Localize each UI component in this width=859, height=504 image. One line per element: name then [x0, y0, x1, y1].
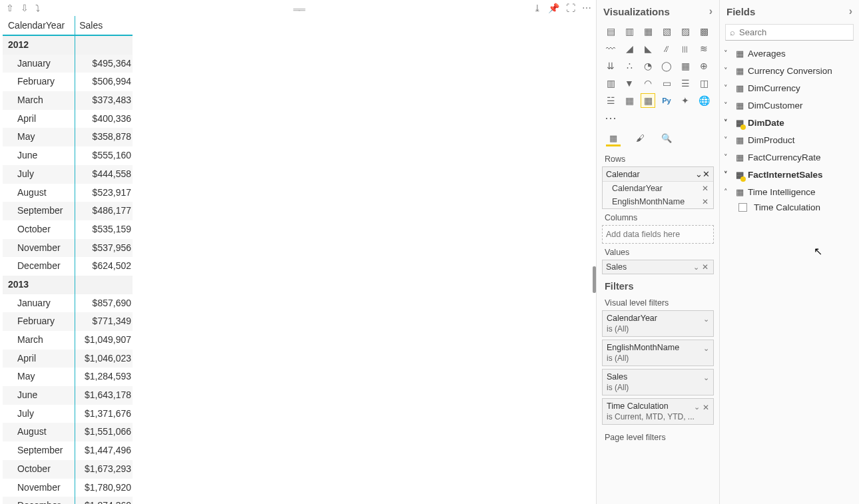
funnel-icon[interactable]: ▼ — [622, 76, 637, 91]
chevron-down-icon[interactable]: ⌄ — [693, 263, 699, 271]
collapse-pane-icon[interactable]: › — [849, 5, 852, 17]
matrix-header-sales[interactable]: Sales — [75, 16, 133, 35]
field-table-dimproduct[interactable]: ˅▦DimProduct — [720, 131, 859, 148]
more-visuals-icon[interactable]: ⋯ — [597, 109, 719, 126]
field-table-factinternetsales[interactable]: ˅▦FactInternetSales — [720, 166, 859, 183]
matrix-month-row[interactable]: December$1,874,360 — [3, 497, 133, 504]
drill-up-icon[interactable]: ⇧ — [6, 3, 14, 13]
matrix-header-calendaryear[interactable]: CalendarYear — [3, 16, 75, 35]
r-visual-icon[interactable]: ✦ — [678, 93, 693, 108]
export-icon[interactable]: ⤓ — [533, 3, 541, 13]
matrix-month-cell[interactable]: May — [3, 368, 75, 386]
matrix-month-cell[interactable]: July — [3, 405, 75, 423]
matrix-month-row[interactable]: October$1,673,293 — [3, 460, 133, 479]
chevron-down-icon[interactable]: ˅ — [724, 153, 732, 162]
chevron-down-icon[interactable]: ˅ — [724, 170, 732, 179]
fields-search-input[interactable] — [739, 27, 849, 37]
chevron-down-icon[interactable]: ˅ — [724, 84, 732, 93]
rows-well[interactable]: Calendar ⌄✕ CalendarYear ✕ EnglishMonthN… — [602, 166, 714, 209]
matrix-month-row[interactable]: February$506,994 — [3, 73, 133, 91]
matrix-month-cell[interactable]: March — [3, 331, 75, 350]
chevron-down-icon[interactable]: ˅ — [724, 67, 732, 75]
stacked-area-chart-icon[interactable]: ◣ — [641, 41, 655, 56]
matrix-icon[interactable]: ▦ — [641, 93, 655, 108]
matrix-month-cell[interactable]: June — [3, 386, 75, 405]
remove-filter-icon[interactable]: ✕ — [703, 403, 709, 412]
chevron-down-icon[interactable]: ˅ — [724, 136, 732, 144]
focus-mode-icon[interactable]: ⛶ — [566, 3, 575, 13]
pin-icon[interactable]: 📌 — [548, 3, 559, 13]
fields-search-box[interactable]: ⌕ — [725, 24, 854, 41]
arcgis-icon[interactable]: 🌐 — [697, 93, 711, 108]
ribbon-chart-icon[interactable]: ≋ — [697, 41, 711, 56]
scatter-chart-icon[interactable]: ∴ — [622, 59, 637, 73]
matrix-month-cell[interactable]: January — [3, 294, 75, 313]
matrix-month-cell[interactable]: March — [3, 91, 75, 110]
matrix-month-row[interactable]: August$523,917 — [3, 184, 133, 202]
field-table-time-intelligence[interactable]: ˄▦Time Intelligence — [720, 183, 859, 200]
pie-chart-icon[interactable]: ◔ — [641, 59, 655, 73]
matrix-month-row[interactable]: November$1,780,920 — [3, 479, 133, 497]
field-table-dimcurrency[interactable]: ˅▦DimCurrency — [720, 79, 859, 97]
checkbox[interactable] — [738, 203, 747, 212]
filter-card[interactable]: CalendarYearis (All)⌄ — [602, 310, 714, 337]
remove-field-icon[interactable]: ✕ — [701, 197, 710, 206]
chevron-down-icon[interactable]: ˅ — [724, 49, 732, 58]
rows-well-item[interactable]: CalendarYear ✕ — [603, 182, 713, 195]
clustered-bar-chart-icon[interactable]: ▦ — [641, 24, 655, 39]
matrix-month-row[interactable]: July$1,371,676 — [3, 405, 133, 423]
matrix-month-row[interactable]: July$444,558 — [3, 165, 133, 184]
grip-icon[interactable]: ══ — [294, 4, 304, 15]
matrix-month-cell[interactable]: February — [3, 73, 75, 91]
clustered-column-chart-icon[interactable]: ▧ — [659, 24, 674, 39]
matrix-year-row[interactable]: 2013 — [3, 276, 133, 294]
matrix-month-cell[interactable]: April — [3, 110, 75, 128]
matrix-month-row[interactable]: March$1,049,907 — [3, 331, 133, 350]
area-chart-icon[interactable]: ◢ — [622, 41, 637, 56]
field-table-dimcustomer[interactable]: ˅▦DimCustomer — [720, 97, 859, 114]
matrix-month-row[interactable]: June$555,160 — [3, 146, 133, 165]
matrix-year-row[interactable]: 2012 — [3, 35, 133, 55]
card-icon[interactable]: ▭ — [659, 76, 674, 91]
matrix-month-row[interactable]: February$771,349 — [3, 312, 133, 331]
chevron-down-icon[interactable]: ⌄ — [703, 374, 709, 382]
matrix-month-row[interactable]: September$486,177 — [3, 202, 133, 220]
line-stacked-column-icon[interactable]: ⫽ — [659, 41, 674, 56]
matrix-month-row[interactable]: August$1,551,066 — [3, 423, 133, 441]
line-chart-icon[interactable]: 〰 — [603, 41, 618, 56]
matrix-month-cell[interactable]: December — [3, 497, 75, 504]
matrix-month-cell[interactable]: August — [3, 423, 75, 441]
treemap-icon[interactable]: ▦ — [678, 59, 693, 73]
matrix-month-row[interactable]: January$857,690 — [3, 294, 133, 313]
multi-row-card-icon[interactable]: ☰ — [678, 76, 693, 91]
field-table-averages[interactable]: ˅▦Averages — [720, 45, 859, 62]
matrix-month-row[interactable]: May$358,878 — [3, 128, 133, 146]
matrix-month-row[interactable]: April$400,336 — [3, 110, 133, 128]
hundred-stacked-bar-icon[interactable]: ▨ — [678, 24, 693, 39]
rows-well-group[interactable]: Calendar ⌄✕ — [603, 167, 713, 182]
hundred-stacked-column-icon[interactable]: ▩ — [697, 24, 711, 39]
waterfall-chart-icon[interactable]: ⇊ — [603, 59, 618, 73]
matrix-month-row[interactable]: June$1,643,178 — [3, 386, 133, 405]
field-table-factcurrencyrate[interactable]: ˅▦FactCurrencyRate — [720, 148, 859, 166]
filter-card[interactable]: EnglishMonthNameis (All)⌄ — [602, 340, 714, 366]
line-clustered-column-icon[interactable]: ⫼ — [678, 41, 693, 56]
matrix-month-row[interactable]: September$1,447,496 — [3, 441, 133, 460]
matrix-month-cell[interactable]: January — [3, 55, 75, 73]
matrix-month-cell[interactable]: November — [3, 479, 75, 497]
collapse-pane-icon[interactable]: › — [709, 5, 713, 17]
field-table-dimdate[interactable]: ˅▦DimDate — [720, 114, 859, 131]
drill-down-icon[interactable]: ⇩ — [21, 3, 29, 13]
matrix-month-cell[interactable]: June — [3, 146, 75, 165]
analytics-tab-icon[interactable]: 🔍 — [659, 132, 674, 146]
filter-card[interactable]: Time Calculationis Current, MTD, YTD, ..… — [602, 398, 714, 425]
filter-card[interactable]: Salesis (All)⌄ — [602, 369, 714, 395]
matrix-visual[interactable]: CalendarYear Sales 2012January$495,364Fe… — [3, 16, 133, 504]
matrix-month-cell[interactable]: April — [3, 350, 75, 368]
matrix-month-cell[interactable]: September — [3, 202, 75, 220]
matrix-month-row[interactable]: March$373,483 — [3, 91, 133, 110]
columns-well[interactable]: Add data fields here — [602, 225, 714, 244]
remove-field-icon[interactable]: ✕ — [701, 262, 710, 272]
matrix-month-cell[interactable]: November — [3, 239, 75, 258]
values-well-item[interactable]: Sales ⌄✕ — [603, 260, 713, 274]
